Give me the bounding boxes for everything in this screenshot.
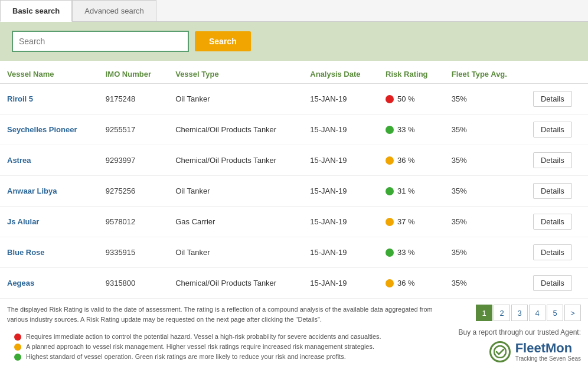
risk-rating-cell: 36 %: [378, 145, 445, 176]
tab-advanced[interactable]: Advanced search: [72, 0, 156, 21]
fleetmon-brand: FleetMon Tracking the Seven Seas: [459, 341, 581, 362]
fleet-avg-cell: 35%: [445, 268, 526, 299]
analysis-date-cell: 15-JAN-19: [303, 237, 378, 268]
risk-rating-cell: 31 %: [378, 176, 445, 207]
buy-report-text: Buy a report through our trusted Agent:: [459, 328, 581, 336]
table-row: Anwaar Libya 9275256 Oil Tanker 15-JAN-1…: [0, 176, 588, 207]
legend-dot: [14, 344, 21, 351]
risk-pct: 33 %: [397, 248, 415, 257]
vessel-name-cell[interactable]: Js Alular: [0, 207, 99, 237]
search-input[interactable]: [12, 31, 189, 52]
vessel-name-cell[interactable]: Astrea: [0, 145, 99, 176]
table-row: Js Alular 9578012 Gas Carrier 15-JAN-19 …: [0, 207, 588, 237]
details-cell: Details: [526, 84, 588, 115]
details-button[interactable]: Details: [533, 122, 572, 138]
vessel-name-cell[interactable]: Aegeas: [0, 268, 99, 299]
table-row: Seychelles Pioneer 9255517 Chemical/Oil …: [0, 115, 588, 145]
footer-note: The displayed Risk Rating is valid to th…: [7, 305, 451, 324]
risk-dot: [386, 187, 394, 195]
vessel-type-cell: Gas Carrier: [168, 207, 303, 237]
details-button[interactable]: Details: [533, 152, 572, 168]
fleet-avg-cell: 35%: [445, 237, 526, 268]
details-cell: Details: [526, 176, 588, 207]
fleet-avg-cell: 35%: [445, 115, 526, 145]
table-row: Astrea 9293997 Chemical/Oil Products Tan…: [0, 145, 588, 176]
risk-rating-cell: 33 %: [378, 237, 445, 268]
legend-text: Highest standard of vessel operation. Gr…: [26, 353, 346, 360]
details-cell: Details: [526, 145, 588, 176]
risk-rating-cell: 50 %: [378, 84, 445, 115]
tab-bar: Basic search Advanced search: [0, 0, 588, 22]
vessel-name-cell[interactable]: Riroil 5: [0, 84, 99, 115]
details-button[interactable]: Details: [533, 214, 572, 230]
risk-dot: [386, 95, 394, 103]
imo-cell: 9578012: [99, 207, 168, 237]
fleetmon-name: FleetMon: [515, 342, 581, 355]
analysis-date-cell: 15-JAN-19: [303, 207, 378, 237]
page-button[interactable]: 2: [494, 305, 510, 321]
legend-dot: [14, 354, 21, 361]
details-button[interactable]: Details: [533, 91, 572, 107]
col-risk-rating: Risk Rating: [378, 64, 445, 84]
risk-dot: [386, 249, 394, 257]
col-imo: IMO Number: [99, 64, 168, 84]
vessel-type-cell: Oil Tanker: [168, 176, 303, 207]
table-row: Blue Rose 9335915 Oil Tanker 15-JAN-19 3…: [0, 237, 588, 268]
risk-dot: [386, 279, 394, 287]
footer-note1: The displayed Risk Rating is valid to th…: [7, 306, 182, 313]
imo-cell: 9175248: [99, 84, 168, 115]
risk-pct: 33 %: [397, 125, 415, 134]
risk-rating-cell: 37 %: [378, 207, 445, 237]
page-button[interactable]: 4: [529, 305, 545, 321]
page-button[interactable]: 5: [547, 305, 563, 321]
risk-pct: 36 %: [397, 156, 415, 165]
col-analysis-date: Analysis Date: [303, 64, 378, 84]
analysis-date-cell: 15-JAN-19: [303, 145, 378, 176]
legend-item: A planned approach to vessel risk manage…: [14, 343, 444, 351]
risk-dot: [386, 156, 394, 165]
analysis-date-cell: 15-JAN-19: [303, 268, 378, 299]
legend-text: A planned approach to vessel risk manage…: [26, 343, 374, 350]
search-button[interactable]: Search: [195, 31, 251, 51]
legend-text: Requires immediate action to control the…: [26, 333, 381, 340]
buy-report-area: Buy a report through our trusted Agent: …: [459, 328, 581, 362]
legend-item: Requires immediate action to control the…: [14, 333, 444, 341]
details-button[interactable]: Details: [533, 183, 572, 199]
analysis-date-cell: 15-JAN-19: [303, 176, 378, 207]
fleetmon-text: FleetMon Tracking the Seven Seas: [515, 342, 581, 362]
risk-dot: [386, 126, 394, 134]
page-button[interactable]: 3: [511, 305, 528, 321]
col-actions: [526, 64, 588, 84]
fleet-avg-cell: 35%: [445, 207, 526, 237]
imo-cell: 9275256: [99, 176, 168, 207]
table-header-row: Vessel Name IMO Number Vessel Type Analy…: [0, 64, 588, 84]
vessel-name-cell[interactable]: Seychelles Pioneer: [0, 115, 99, 145]
bottom-section: The displayed Risk Rating is valid to th…: [0, 299, 588, 369]
vessel-type-cell: Chemical/Oil Products Tanker: [168, 145, 303, 176]
col-fleet-avg: Fleet Type Avg.: [445, 64, 526, 84]
vessel-name-cell[interactable]: Blue Rose: [0, 237, 99, 268]
imo-cell: 9255517: [99, 115, 168, 145]
details-cell: Details: [526, 207, 588, 237]
results-table: Vessel Name IMO Number Vessel Type Analy…: [0, 64, 588, 299]
fleet-avg-cell: 35%: [445, 176, 526, 207]
vessel-type-cell: Chemical/Oil Products Tanker: [168, 115, 303, 145]
details-button[interactable]: Details: [533, 244, 572, 260]
risk-pct: 37 %: [397, 217, 415, 226]
fleet-avg-cell: 35%: [445, 84, 526, 115]
search-bar-area: Search: [0, 22, 588, 61]
tab-basic[interactable]: Basic search: [0, 0, 72, 22]
vessel-name-cell[interactable]: Anwaar Libya: [0, 176, 99, 207]
legend-area: Requires immediate action to control the…: [7, 330, 451, 369]
imo-cell: 9293997: [99, 145, 168, 176]
col-vessel-name: Vessel Name: [0, 64, 99, 84]
table-row: Riroil 5 9175248 Oil Tanker 15-JAN-19 50…: [0, 84, 588, 115]
fleet-avg-cell: 35%: [445, 145, 526, 176]
page-button[interactable]: 1: [476, 305, 492, 321]
analysis-date-cell: 15-JAN-19: [303, 84, 378, 115]
legend-dot: [14, 334, 21, 341]
vessel-type-cell: Oil Tanker: [168, 84, 303, 115]
details-button[interactable]: Details: [533, 275, 572, 291]
risk-pct: 31 %: [397, 187, 415, 195]
page-button[interactable]: >: [564, 305, 581, 321]
